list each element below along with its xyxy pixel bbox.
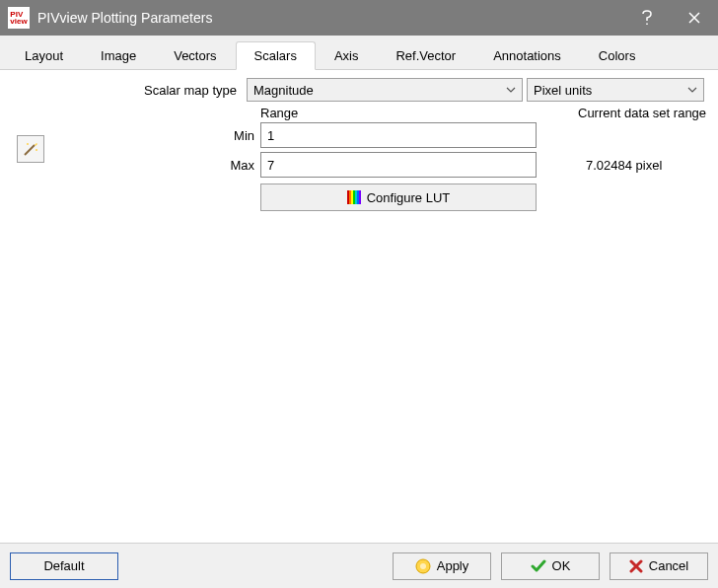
tab-axis[interactable]: Axis (316, 41, 378, 69)
configure-lut-button[interactable]: Configure LUT (260, 184, 537, 211)
tab-colors[interactable]: Colors (580, 41, 655, 69)
close-icon (688, 12, 700, 24)
tab-annotations[interactable]: Annotations (474, 41, 580, 69)
scalar-map-type-label: Scalar map type (10, 83, 243, 98)
units-value: Pixel units (534, 83, 592, 98)
tab-scalars[interactable]: Scalars (236, 41, 316, 70)
apply-button[interactable]: Apply (393, 552, 491, 580)
close-button[interactable] (671, 0, 718, 36)
apply-button-label: Apply (437, 558, 469, 573)
cancel-icon (629, 559, 643, 573)
ok-button[interactable]: OK (501, 552, 600, 580)
configure-lut-label: Configure LUT (367, 190, 451, 205)
default-button-label: Default (43, 558, 84, 573)
svg-point-1 (27, 143, 29, 145)
default-button[interactable]: Default (10, 552, 118, 580)
apply-icon (415, 558, 431, 574)
help-icon (641, 10, 653, 26)
help-button[interactable] (623, 0, 671, 36)
units-combo[interactable]: Pixel units (527, 78, 704, 102)
svg-line-0 (25, 145, 35, 155)
cancel-button[interactable]: Cancel (610, 552, 708, 580)
max-input[interactable] (260, 152, 537, 178)
tab-content: Scalar map type Magnitude Pixel units Ra… (0, 70, 718, 520)
range-header: Range (260, 106, 537, 120)
min-input[interactable] (260, 122, 537, 148)
app-icon: PIVview (8, 7, 30, 29)
min-label: Min (51, 128, 260, 143)
svg-point-4 (420, 563, 426, 569)
svg-point-2 (36, 149, 37, 151)
cancel-button-label: Cancel (649, 558, 688, 573)
lut-icon (347, 190, 361, 204)
ok-button-label: OK (552, 558, 571, 573)
scalar-map-type-combo[interactable]: Magnitude (247, 78, 523, 102)
tab-refvector[interactable]: Ref.Vector (377, 41, 474, 69)
scalar-map-type-value: Magnitude (253, 83, 314, 98)
chevron-down-icon (506, 87, 516, 93)
magic-wand-icon (22, 140, 39, 158)
chevron-down-icon (687, 87, 697, 93)
max-label: Max (51, 158, 260, 173)
titlebar: PIVview PIVview Plotting Parameters (0, 0, 718, 36)
tab-image[interactable]: Image (82, 41, 155, 69)
current-range-value: 7.02484 pixel (586, 158, 662, 173)
tab-vectors[interactable]: Vectors (155, 41, 235, 69)
current-range-header: Current data set range (578, 106, 706, 120)
magic-wand-button[interactable] (17, 135, 44, 163)
button-bar: Default Apply OK Cancel (0, 543, 718, 588)
tab-bar: Layout Image Vectors Scalars Axis Ref.Ve… (0, 36, 718, 70)
window-title: PIVview Plotting Parameters (37, 10, 623, 26)
check-icon (531, 558, 546, 574)
tab-layout[interactable]: Layout (6, 41, 82, 69)
